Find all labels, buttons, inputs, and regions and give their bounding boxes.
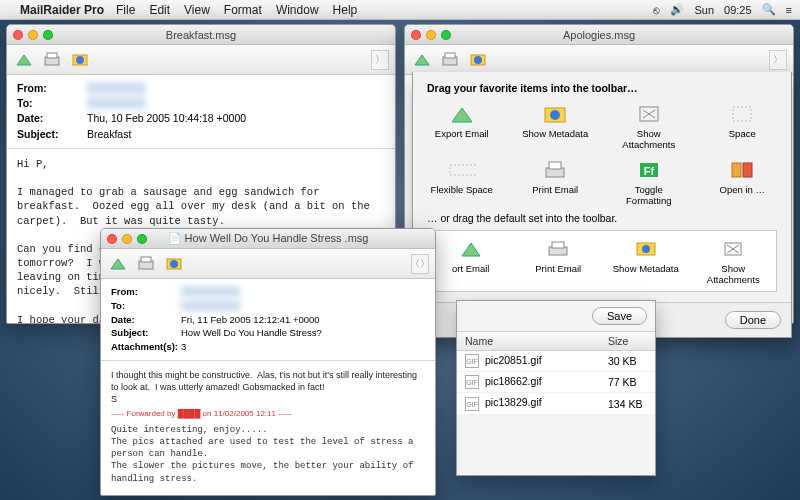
menubar: MailRaider Pro File Edit View Format Win…: [0, 0, 800, 20]
export-email-button[interactable]: [13, 49, 35, 71]
show-attachments-button[interactable]: 〉: [371, 50, 389, 70]
svg-rect-25: [141, 257, 151, 262]
menu-window[interactable]: Window: [276, 3, 319, 17]
col-name[interactable]: Name: [457, 332, 600, 351]
svg-rect-12: [450, 165, 476, 175]
default-toolbar-set[interactable]: ort Email Print Email Show Metadata Show…: [427, 230, 777, 292]
tool-show-attachments[interactable]: Show Attachments: [614, 102, 684, 150]
menu-edit[interactable]: Edit: [149, 3, 170, 17]
toolbar: 〉: [7, 45, 395, 75]
toolbar-items-row2: Flexible Space Print Email FfToggle Form…: [427, 158, 777, 206]
window-title: 📄 How Well Do You Handle Stress .msg: [168, 232, 369, 245]
attachments-table: Name Size GIFpic20851.gif30 KB GIFpic186…: [457, 332, 655, 415]
window-stress: 📄 How Well Do You Handle Stress .msg 〈〉 …: [100, 228, 436, 496]
menu-help[interactable]: Help: [333, 3, 358, 17]
clock-time: 09:25: [724, 4, 752, 16]
menu-extra-icon[interactable]: ≡: [786, 4, 792, 16]
menu-format[interactable]: Format: [224, 3, 262, 17]
menu-view[interactable]: View: [184, 3, 210, 17]
date-label: Date:: [111, 313, 181, 327]
print-email-button[interactable]: [439, 49, 461, 71]
spotlight-icon[interactable]: 🔍: [762, 3, 776, 16]
toolbar: 〈〉: [101, 249, 435, 279]
attachments-panel: Save Name Size GIFpic20851.gif30 KB GIFp…: [456, 300, 656, 476]
from-label: From:: [111, 285, 181, 299]
zoom-button[interactable]: [137, 234, 147, 244]
svg-rect-18: [743, 163, 752, 177]
zoom-button[interactable]: [43, 30, 53, 40]
svg-point-9: [550, 110, 560, 120]
col-size[interactable]: Size: [600, 332, 655, 351]
svg-text:Ff: Ff: [644, 165, 655, 177]
volume-icon[interactable]: 🔊: [670, 3, 684, 16]
show-metadata-button[interactable]: [69, 49, 91, 71]
minimize-button[interactable]: [28, 30, 38, 40]
show-metadata-button[interactable]: [163, 253, 185, 275]
app-name[interactable]: MailRaider Pro: [20, 3, 104, 17]
subject-value: How Well Do You Handle Stress?: [181, 327, 322, 338]
minimize-button[interactable]: [122, 234, 132, 244]
svg-rect-11: [733, 107, 751, 121]
to-value-redacted: [181, 300, 240, 311]
save-button[interactable]: Save: [592, 307, 647, 325]
window-title: Breakfast.msg: [166, 29, 236, 41]
body-text: Quite interesting, enjoy..... The pics a…: [111, 424, 425, 496]
body-intro: I thought this might be constructive. Al…: [111, 369, 425, 405]
minimize-button[interactable]: [426, 30, 436, 40]
close-button[interactable]: [13, 30, 23, 40]
show-attachments-button[interactable]: 〈〉: [411, 254, 429, 274]
email-headers: From: To: Date:Fri, 11 Feb 2005 12:12:41…: [101, 279, 435, 361]
show-attachments-button[interactable]: 〉: [769, 50, 787, 70]
svg-point-22: [642, 245, 650, 253]
forwarded-marker: ----- Forwarded by ████ on 11/02/2005 12…: [111, 409, 425, 420]
done-button[interactable]: Done: [725, 311, 781, 329]
to-label: To:: [17, 96, 87, 111]
file-icon: GIF: [465, 397, 479, 411]
to-value-redacted: [87, 97, 146, 109]
default-show-attachments[interactable]: Show Attachments: [699, 237, 769, 285]
svg-rect-17: [732, 163, 741, 177]
tool-show-metadata[interactable]: Show Metadata: [521, 102, 591, 150]
subject-label: Subject:: [111, 326, 181, 340]
attachments-label: Attachment(s):: [111, 340, 181, 354]
toolbar-items-row1: Export Email Show Metadata Show Attachme…: [427, 102, 777, 150]
export-email-button[interactable]: [411, 49, 433, 71]
table-row[interactable]: GIFpic18662.gif77 KB: [457, 372, 655, 393]
default-print-email[interactable]: Print Email: [524, 237, 594, 274]
svg-rect-1: [47, 53, 57, 58]
table-row[interactable]: GIFpic13829.gif134 KB: [457, 393, 655, 414]
date-value: Fri, 11 Feb 2005 12:12:41 +0000: [181, 314, 320, 325]
email-headers: From: To: Date:Thu, 10 Feb 2005 10:44:18…: [7, 75, 395, 149]
clock-day: Sun: [694, 4, 714, 16]
bluetooth-icon[interactable]: ⎋: [653, 4, 660, 16]
svg-rect-20: [552, 242, 564, 248]
date-value: Thu, 10 Feb 2005 10:44:18 +0000: [87, 112, 246, 124]
toolbar: 〉: [405, 45, 793, 75]
tool-open-in[interactable]: Open in …: [708, 158, 778, 206]
from-label: From:: [17, 81, 87, 96]
zoom-button[interactable]: [441, 30, 451, 40]
print-email-button[interactable]: [41, 49, 63, 71]
export-email-button[interactable]: [107, 253, 129, 275]
table-row[interactable]: GIFpic20851.gif30 KB: [457, 351, 655, 372]
tool-export-email[interactable]: Export Email: [427, 102, 497, 150]
svg-point-27: [170, 260, 178, 268]
close-button[interactable]: [107, 234, 117, 244]
default-export-email[interactable]: ort Email: [436, 237, 506, 274]
from-value-redacted: [181, 286, 240, 297]
svg-rect-5: [445, 53, 455, 58]
subject-label: Subject:: [17, 127, 87, 142]
svg-point-7: [474, 56, 482, 64]
print-email-button[interactable]: [135, 253, 157, 275]
customize-toolbar-sheet: Drag your favorite items into the toolba…: [412, 72, 792, 338]
tool-print-email[interactable]: Print Email: [521, 158, 591, 206]
default-show-metadata[interactable]: Show Metadata: [611, 237, 681, 274]
tool-space[interactable]: Space: [708, 102, 778, 150]
tool-toggle-formatting[interactable]: FfToggle Formatting: [614, 158, 684, 206]
close-button[interactable]: [411, 30, 421, 40]
menu-file[interactable]: File: [116, 3, 135, 17]
show-metadata-button[interactable]: [467, 49, 489, 71]
tool-flexible-space[interactable]: Flexible Space: [427, 158, 497, 206]
attachments-value: 3: [181, 341, 186, 352]
to-label: To:: [111, 299, 181, 313]
